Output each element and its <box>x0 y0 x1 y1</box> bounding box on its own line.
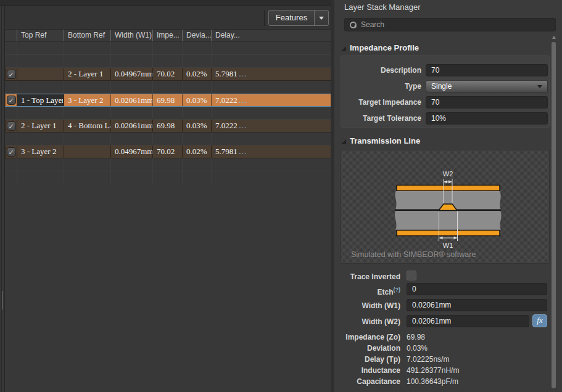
cell-top-ref[interactable] <box>17 68 64 80</box>
header-deviation[interactable]: Devia... <box>182 30 211 41</box>
row-checkbox[interactable] <box>7 147 16 157</box>
trace-inverted-checkbox[interactable] <box>407 271 416 280</box>
header-bottom-ref[interactable]: Bottom Ref <box>64 30 110 41</box>
impedance-profile-card: Description 70 Type Single Target Impeda… <box>341 55 550 128</box>
left-panel-splitter[interactable] <box>0 6 5 392</box>
width-w2-field[interactable]: 0.02061mm <box>407 315 529 327</box>
cell-width[interactable]: 0.02061mm <box>110 120 152 132</box>
features-button-label[interactable]: Features <box>269 10 314 25</box>
truncation-ellipsis: … <box>238 121 247 130</box>
cell-deviation[interactable]: 0.02% <box>182 145 211 158</box>
chevron-down-icon <box>537 85 542 88</box>
panel-title: Layer Stack Manager <box>344 2 421 12</box>
cell-bottom-ref[interactable]: 4 - Bottom La… <box>64 120 110 132</box>
properties-panel: Layer Stack Manager Search Impedance Pro… <box>334 0 562 392</box>
cell-delay[interactable]: 7.0222… <box>211 94 331 106</box>
search-input[interactable]: Search <box>344 18 556 31</box>
table-row-empty[interactable] <box>5 55 331 68</box>
splitter-grip[interactable] <box>2 291 3 309</box>
cell-impedance[interactable]: 70.02 <box>152 68 182 80</box>
trace-inverted-label: Trace Inverted <box>334 272 400 282</box>
impedance-zo-value: 69.98 <box>407 332 425 342</box>
top-edge-strip <box>0 0 331 6</box>
etch-field[interactable]: 0 <box>407 283 547 295</box>
collapse-triangle-icon <box>341 139 346 144</box>
inductance-value: 491.26377nH/m <box>407 365 459 375</box>
collapse-triangle-icon <box>341 46 346 51</box>
cell-deviation[interactable]: 0.02% <box>182 68 211 80</box>
table-row-empty[interactable] <box>5 171 331 184</box>
deviation-label: Deviation <box>334 343 400 353</box>
scrollbar-thumb[interactable] <box>552 42 556 388</box>
table-row-empty[interactable] <box>5 158 331 171</box>
section-transmission-line[interactable]: Transmission Line <box>341 136 420 145</box>
table-row-selected[interactable]: 1 - Top Layer 3 - Layer 2 0.02061mm 69.9… <box>5 94 331 107</box>
cell-top-ref[interactable]: 3 - Layer 2 <box>17 145 64 158</box>
cell-bottom-ref[interactable] <box>64 145 110 158</box>
type-label: Type <box>341 80 421 92</box>
cell-width[interactable]: 0.02061mm <box>110 94 152 106</box>
description-label: Description <box>341 64 421 76</box>
cell-delay[interactable]: 7.0222… <box>211 120 331 132</box>
delay-tp-label: Delay (Tp) <box>334 354 400 364</box>
search-placeholder: Search <box>361 20 384 29</box>
table-row[interactable]: 2 - Layer 1 4 - Bottom La… 0.02061mm 69.… <box>5 120 331 133</box>
transmission-line-diagram: W2 W1 Simulated with SIMBEOR® software <box>341 150 550 264</box>
cell-impedance[interactable]: 69.98 <box>152 94 182 106</box>
stripline-cross-section: W2 W1 Simulated with SIMBEOR® software <box>341 150 549 263</box>
header-impedance[interactable]: Impe... <box>152 30 182 41</box>
cell-top-ref[interactable]: 2 - Layer 1 <box>17 120 64 132</box>
description-field[interactable]: 70 <box>426 64 548 76</box>
table-row-empty[interactable] <box>5 133 331 145</box>
row-checkbox[interactable] <box>7 70 16 79</box>
truncation-ellipsis: … <box>238 147 247 156</box>
features-dropdown-button[interactable] <box>314 10 328 25</box>
table-row-empty[interactable] <box>5 42 331 55</box>
table-header-row: Top Ref Bottom Ref Width (W1) Impe... De… <box>5 30 331 42</box>
header-width[interactable]: Width (W1) <box>110 30 152 41</box>
capacitance-label: Capacitance <box>334 377 400 386</box>
toolbar-separator <box>264 10 265 26</box>
target-tolerance-label: Target Tolerance <box>341 112 421 125</box>
cell-deviation[interactable]: 0.03% <box>182 94 211 106</box>
cell-impedance[interactable]: 69.98 <box>152 120 182 132</box>
scrollbar-up-arrow[interactable] <box>552 36 556 39</box>
impedance-table: Top Ref Bottom Ref Width (W1) Impe... De… <box>5 30 331 184</box>
table-row[interactable]: 3 - Layer 2 0.04967mm 70.02 0.02% 5.7981… <box>5 145 331 158</box>
cell-width[interactable]: 0.04967mm <box>110 68 152 80</box>
row-checkbox[interactable] <box>7 96 16 105</box>
table-row-empty[interactable] <box>5 81 331 94</box>
target-tolerance-field[interactable]: 10% <box>426 112 548 125</box>
header-top-ref[interactable]: Top Ref <box>17 30 64 41</box>
type-dropdown[interactable]: Single <box>426 80 548 92</box>
header-checkbox-col <box>5 30 17 41</box>
section-impedance-profile[interactable]: Impedance Profile <box>341 43 419 52</box>
cell-width[interactable]: 0.04967mm <box>110 145 152 158</box>
cell-bottom-ref[interactable]: 2 - Layer 1 <box>64 68 110 80</box>
target-impedance-field[interactable]: 70 <box>426 96 548 108</box>
impedance-zo-label: Impedance (Zo) <box>334 332 400 342</box>
w1-dimension-label: W1 <box>443 242 453 249</box>
capacitance-value: 100.36643pF/m <box>407 377 458 386</box>
cell-bottom-ref[interactable]: 3 - Layer 2 <box>64 94 110 106</box>
section-title: Impedance Profile <box>350 43 419 52</box>
etch-help-icon[interactable]: (?) <box>394 287 401 293</box>
inductance-label: Inductance <box>334 365 400 375</box>
cell-delay[interactable]: 5.7981… <box>211 68 331 80</box>
section-title: Transmission Line <box>350 136 420 145</box>
layer-stack-manager-window: Features Top Ref Bottom Ref Width (W1) I… <box>0 0 562 392</box>
search-icon <box>350 22 356 28</box>
width-w2-label: Width (W2) <box>334 317 400 327</box>
table-row-empty[interactable] <box>5 107 331 120</box>
cell-delay[interactable]: 5.7981… <box>211 145 331 158</box>
impedance-grid-area: Features Top Ref Bottom Ref Width (W1) I… <box>5 6 331 392</box>
width-w1-field[interactable]: 0.02061mm <box>407 299 547 311</box>
cell-top-ref-editing[interactable]: 1 - Top Layer <box>17 94 64 106</box>
cell-deviation[interactable]: 0.03% <box>182 120 211 132</box>
table-row[interactable]: 2 - Layer 1 0.04967mm 70.02 0.02% 5.7981… <box>5 68 331 81</box>
fx-formula-button[interactable]: fx <box>532 314 547 327</box>
header-delay[interactable]: Delay... <box>211 30 331 41</box>
features-button[interactable]: Features <box>268 10 329 26</box>
cell-impedance[interactable]: 70.02 <box>152 145 182 158</box>
row-checkbox[interactable] <box>7 121 16 131</box>
